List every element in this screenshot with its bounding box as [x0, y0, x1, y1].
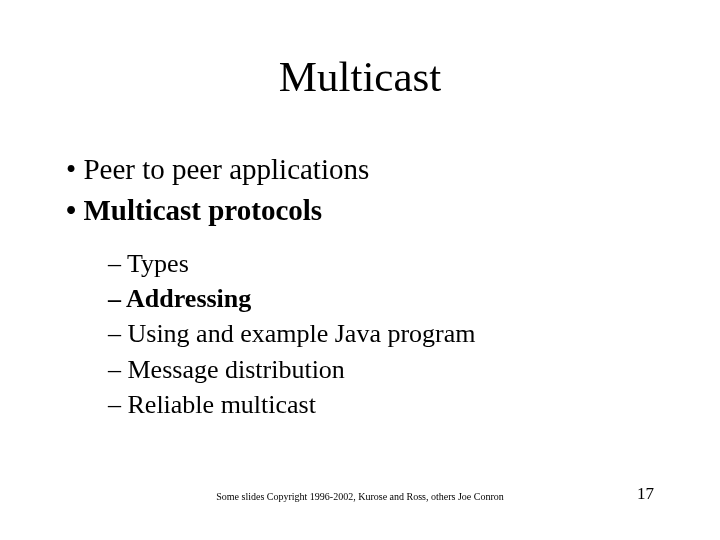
- bullet-text: Peer to peer applications: [83, 153, 369, 185]
- bullet-l2: Message distribution: [108, 352, 646, 387]
- bullet-text: Reliable multicast: [128, 390, 316, 419]
- bullet-text: Types: [127, 249, 189, 278]
- bullet-text: Using and example Java program: [128, 319, 476, 348]
- bullet-text: Multicast protocols: [83, 194, 322, 226]
- bullet-l2: Reliable multicast: [108, 387, 646, 422]
- bullet-l2: Using and example Java program: [108, 316, 646, 351]
- bullet-l1: Multicast protocols: [66, 191, 646, 230]
- page-number: 17: [637, 484, 654, 504]
- bullet-text: Message distribution: [128, 355, 345, 384]
- bullet-text: Addressing: [126, 284, 251, 313]
- slide: Multicast Peer to peer applications Mult…: [0, 0, 720, 540]
- bullet-l2: Types: [108, 246, 646, 281]
- bullet-l1: Peer to peer applications: [66, 150, 646, 189]
- bullet-l2: Addressing: [108, 281, 646, 316]
- slide-title: Multicast: [0, 52, 720, 101]
- spacer: [66, 232, 646, 246]
- footer-copyright: Some slides Copyright 1996-2002, Kurose …: [0, 491, 720, 502]
- slide-content: Peer to peer applications Multicast prot…: [66, 150, 646, 422]
